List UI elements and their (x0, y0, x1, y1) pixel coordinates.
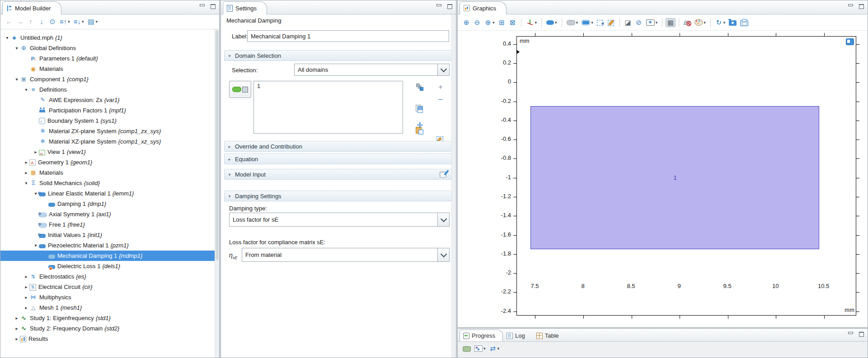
tab-table[interactable]: Table (533, 330, 567, 341)
tree-item-study-2-frequency-domain[interactable]: ▸∿Study 2: Frequency Domain{std2} (0, 323, 215, 334)
domain-selection-section[interactable]: ▾ Domain Selection (224, 50, 453, 61)
damping-settings-section[interactable]: ▾ Damping Settings (224, 191, 453, 201)
tree-item-linear-elastic-material-1[interactable]: ▾Linear Elastic Material 1{lemm1} (0, 188, 215, 199)
tree-item-participation-factors-1[interactable]: Participation Factors 1{mpf1} (0, 105, 215, 116)
collapse-arrow-icon[interactable]: ▾ (23, 87, 29, 92)
tab-progress[interactable]: Progress (460, 330, 503, 341)
tree-item-parameters-1[interactable]: PiParameters 1{default} (0, 53, 215, 64)
tree-item-results[interactable]: ▸Results (0, 334, 215, 344)
tree-item-boundary-system-1[interactable]: Boundary System 1{sys1} (0, 116, 215, 126)
tree-item-damping-1[interactable]: Damping 1{dmp1} (0, 199, 215, 209)
tree-item-definitions[interactable]: ▾≡Definitions (0, 84, 215, 95)
tree-item-initial-values-1[interactable]: Initial Values 1{init1} (0, 230, 215, 240)
domain-list-item[interactable]: 1 (257, 83, 399, 89)
tree-item-mesh-1[interactable]: ▸△Mesh 1{mesh1} (0, 302, 215, 313)
tree-item-material-xz-plane-system[interactable]: ✻Material XZ-plane System{comp1_xz_sys} (0, 136, 215, 147)
expand-collapse-button[interactable]: ≡↑▾ (58, 17, 71, 26)
scene-color-button[interactable]: ▾ (693, 18, 707, 27)
collapse-arrow-icon[interactable]: ▾ (14, 77, 20, 82)
tree-item-dielectric-loss-1[interactable]: Dielectric Loss 1{dels1} (0, 261, 215, 271)
domain-list[interactable]: 1 (253, 81, 403, 134)
tree-item-geometry-1[interactable]: ▸Geometry 1{geom1} (0, 157, 215, 167)
select-lasso-button[interactable]: ▾ (580, 19, 595, 26)
expand-arrow-icon[interactable]: ▸ (33, 149, 39, 154)
show-button[interactable]: ⊙ (47, 17, 57, 26)
edit-model-input-icon[interactable] (439, 170, 447, 177)
select-entities-button[interactable] (596, 19, 605, 27)
go-to-default-view-button[interactable]: ▾ (525, 18, 539, 27)
damping-type-combo[interactable]: Loss factor for sE (229, 213, 438, 227)
forward-button[interactable]: → (15, 17, 25, 26)
graphics-tab[interactable]: Graphics (460, 1, 507, 14)
view-widget-button[interactable] (846, 38, 854, 45)
tab-log[interactable]: Log (503, 330, 533, 341)
loss-factor-combo[interactable]: From material (242, 248, 438, 262)
minimize-button[interactable] (199, 4, 204, 9)
zoom-in-button[interactable]: ⊕ (461, 18, 471, 27)
move-up-button[interactable]: ↑ (26, 17, 36, 26)
expand-arrow-icon[interactable]: ▸ (14, 336, 20, 341)
add-to-selection-button[interactable]: + (436, 83, 445, 92)
back-button[interactable]: ← (4, 17, 14, 26)
settings-tab[interactable]: Settings (223, 1, 267, 14)
copy-selection-button[interactable] (415, 104, 424, 113)
active-toggle-button[interactable] (229, 81, 251, 98)
override-section[interactable]: ▸ Override and Contribution (224, 141, 453, 152)
expand-arrow-icon[interactable]: ▸ (23, 170, 29, 175)
select-box-button[interactable]: ▾ (565, 19, 580, 26)
tree-item-material-zx-plane-system[interactable]: ✻Material ZX-plane System{comp1_zx_sys} (0, 126, 215, 136)
hide-selected-button[interactable]: ⊘ (634, 18, 644, 27)
expand-arrow-icon[interactable]: ▸ (23, 295, 29, 300)
expand-arrow-icon[interactable]: ▸ (23, 160, 29, 165)
selection-combo-button[interactable] (437, 64, 450, 76)
expand-arrow-icon[interactable]: ▸ (23, 305, 29, 310)
tree-item-solid-mechanics[interactable]: ▾ΞSolid Mechanics{solid} (0, 178, 215, 188)
create-selection-button[interactable] (415, 83, 424, 92)
select-domains-button[interactable]: ▾ (545, 19, 558, 26)
tree-item-materials[interactable]: ◉Materials (0, 64, 215, 74)
tree-item-electrical-circuit[interactable]: ▸↯Electrical Circuit{cir} (0, 282, 215, 292)
model-input-section[interactable]: ▾ Model Input (224, 169, 453, 180)
progress-tool-button-2[interactable]: ▾ (473, 344, 487, 353)
collapse-arrow-icon[interactable]: ▾ (14, 46, 20, 51)
tree-item-component-1[interactable]: ▾▣Component 1{comp1} (0, 74, 215, 84)
update-view-button[interactable]: ↻▾ (714, 18, 727, 27)
tree-item-global-definitions[interactable]: ▾⊕Global Definitions (0, 43, 215, 53)
dock-tool-button[interactable]: ⇄▾ (488, 344, 501, 353)
move-down-button[interactable]: ↓ (37, 17, 47, 26)
tree-item-view-1[interactable]: ▸View 1{view1} (0, 147, 215, 157)
progress-tool-button-1[interactable] (461, 344, 472, 353)
label-input[interactable]: Mechanical Damping 1 (247, 30, 449, 42)
collapse-arrow-icon[interactable]: ▾ (33, 243, 39, 248)
damping-type-combo-button[interactable] (437, 213, 450, 227)
graphics-maximize-button[interactable] (859, 4, 864, 9)
progress-maximize-button[interactable] (859, 331, 864, 336)
model-builder-tab[interactable]: Model Builder (2, 1, 61, 14)
deselect-entities-button[interactable] (606, 19, 616, 27)
tree-item-materials[interactable]: ▸▦Materials (0, 167, 215, 178)
progress-minimize-button[interactable] (848, 331, 853, 336)
transparency-button[interactable]: ◪ (623, 18, 633, 27)
tree-item-mechanical-damping-1[interactable]: Mechanical Damping 1{mdmp1} (0, 251, 215, 261)
settings-scrollbar[interactable] (451, 14, 456, 358)
expand-arrow-icon[interactable]: ▸ (14, 316, 20, 321)
settings-minimize-button[interactable] (436, 4, 441, 9)
tree-item-piezoelectric-material-1[interactable]: ▾Piezoelectric Material 1{pzm1} (0, 240, 215, 251)
plot-area[interactable]: mm mm 1 (516, 36, 856, 316)
tree-item-multiphysics[interactable]: ▸⋈Multiphysics (0, 292, 215, 302)
remove-from-selection-button[interactable]: − (436, 95, 445, 104)
expand-arrow-icon[interactable]: ▸ (23, 274, 29, 279)
zoom-box-button[interactable]: ⊕▾ (483, 18, 496, 27)
graphics-minimize-button[interactable] (848, 4, 853, 9)
zoom-to-selection-button[interactable]: ⊠ (508, 18, 518, 27)
tree-item-untitled-mph[interactable]: ▾◆Untitled.mph{1} (0, 33, 215, 43)
image-snapshot-button[interactable] (727, 19, 738, 27)
grid-button[interactable]: ▦ (666, 18, 676, 27)
expand-arrow-icon[interactable]: ▸ (23, 284, 29, 289)
model-builder-scrollbar[interactable] (215, 29, 219, 358)
view-hidden-button[interactable]: ▾ (645, 19, 659, 27)
equation-section[interactable]: ▸ Equation (224, 153, 453, 164)
node-grouping-button[interactable]: ▤▾ (86, 17, 99, 26)
tree-item-free-1[interactable]: Free 1{free1} (0, 219, 215, 230)
tree-item-study-1-eigenfrequency[interactable]: ▸∿Study 1: Eigenfrequency{std1} (0, 313, 215, 323)
